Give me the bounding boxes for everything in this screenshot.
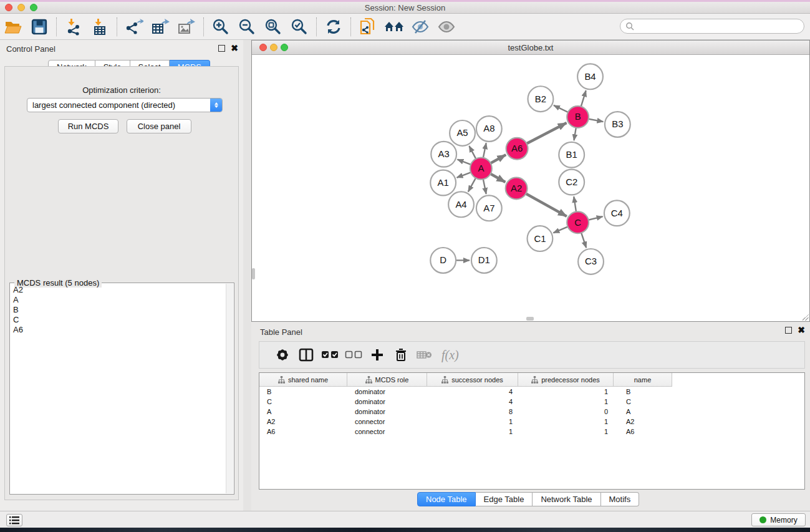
column-header-successor-nodes[interactable]: successor nodes <box>427 373 518 387</box>
node-A1[interactable]: A1 <box>430 170 456 196</box>
export-network-button[interactable] <box>123 16 145 37</box>
node-C4[interactable]: C4 <box>604 200 630 226</box>
zoom-fit-button[interactable] <box>262 16 284 37</box>
trash-icon <box>395 348 407 362</box>
column-header-shared-name[interactable]: shared name <box>259 373 347 387</box>
node-A4[interactable]: A4 <box>448 191 474 217</box>
import-table-button[interactable] <box>89 16 111 37</box>
zoom-in-button[interactable] <box>210 16 232 37</box>
show-panel-button[interactable] <box>435 16 458 37</box>
node-B1[interactable]: B1 <box>559 142 584 168</box>
delete-column-button[interactable] <box>389 344 413 366</box>
column-header-MCDS-role[interactable]: MCDS role <box>347 373 427 387</box>
close-panel-button[interactable]: Close panel <box>127 119 191 133</box>
result-item[interactable]: B <box>11 305 226 315</box>
refresh-layout-button[interactable] <box>322 16 345 37</box>
export-image-button[interactable] <box>175 16 198 37</box>
node-D1[interactable]: D1 <box>471 248 497 273</box>
close-table-panel-icon[interactable]: ✖ <box>798 327 805 334</box>
vertical-scroll-thumb[interactable] <box>252 268 255 279</box>
node-A8[interactable]: A8 <box>476 116 502 142</box>
node-C2[interactable]: C2 <box>559 170 584 195</box>
zoom-out-button[interactable] <box>236 16 258 37</box>
cell: B <box>614 388 672 395</box>
network-canvas[interactable]: B4B2BB3A8A5A6A3B1AA1C2A2A4A7C4CC1C3DD1 <box>252 56 809 316</box>
import-network-button[interactable] <box>62 16 85 37</box>
tab-node-table[interactable]: Node Table <box>417 492 476 506</box>
desktop-wallpaper-strip <box>0 528 810 532</box>
network-window-titlebar[interactable]: testGlobe.txt <box>252 41 809 55</box>
node-label: A <box>478 163 484 173</box>
node-A6[interactable]: A6 <box>506 138 528 160</box>
column-header-name[interactable]: name <box>614 373 672 387</box>
node-A[interactable]: A <box>470 158 492 180</box>
table-row[interactable]: Adominator80A <box>259 407 804 417</box>
node-C1[interactable]: C1 <box>528 226 553 251</box>
optimization-criterion-label: Optimization criterion: <box>5 85 238 95</box>
run-mcds-button[interactable]: Run MCDS <box>58 119 118 133</box>
deselect-all-columns-button[interactable] <box>342 344 365 366</box>
node-B[interactable]: B <box>567 106 589 128</box>
result-item[interactable]: A6 <box>11 325 226 335</box>
column-label: name <box>634 376 652 384</box>
table-settings-button[interactable] <box>271 344 294 366</box>
mcds-result-list[interactable]: A2ABCA6 <box>11 285 226 493</box>
open-file-button[interactable] <box>2 16 24 37</box>
result-item[interactable]: C <box>11 315 226 325</box>
save-session-button[interactable] <box>28 16 51 37</box>
tab-edge-table[interactable]: Edge Table <box>476 492 533 506</box>
search-box[interactable] <box>620 19 804 34</box>
float-panel-icon[interactable] <box>218 45 225 52</box>
node-table: shared nameMCDS rolesuccessor nodesprede… <box>259 372 805 490</box>
node-D[interactable]: D <box>430 248 456 273</box>
toolbar-separator <box>117 17 117 36</box>
node-C3[interactable]: C3 <box>578 249 604 274</box>
select-all-columns-button[interactable] <box>318 344 342 366</box>
delete-table-button[interactable] <box>413 344 436 366</box>
resize-grip[interactable] <box>803 314 809 321</box>
close-panel-icon[interactable]: ✖ <box>231 45 238 52</box>
result-item[interactable]: A2 <box>11 285 226 295</box>
hide-panel-button[interactable] <box>409 16 432 37</box>
search-input[interactable] <box>637 20 804 32</box>
node-A5[interactable]: A5 <box>450 120 475 146</box>
share-file-button[interactable] <box>357 16 379 37</box>
node-C[interactable]: C <box>567 211 589 233</box>
table-row[interactable]: A2connector11A2 <box>259 417 804 427</box>
node-B3[interactable]: B3 <box>605 112 630 137</box>
table-row[interactable]: Cdominator41C <box>259 397 804 407</box>
node-B4[interactable]: B4 <box>577 64 603 89</box>
node-label: B <box>575 112 581 122</box>
node-B2[interactable]: B2 <box>528 86 554 112</box>
horizontal-scroll-thumb[interactable] <box>526 317 534 321</box>
node-A3[interactable]: A3 <box>431 142 456 167</box>
zoom-in-icon <box>212 18 229 36</box>
node-label: A4 <box>455 199 466 210</box>
cell: A6 <box>614 428 672 435</box>
memory-button[interactable]: Memory <box>751 513 806 526</box>
memory-label: Memory <box>770 516 797 525</box>
show-column-button[interactable] <box>294 344 318 366</box>
result-item[interactable]: A <box>11 295 226 305</box>
toolbar-separator <box>56 17 57 36</box>
node-A7[interactable]: A7 <box>476 195 502 221</box>
attribute-icon <box>278 376 285 384</box>
export-image-icon <box>177 18 196 36</box>
node-A2[interactable]: A2 <box>506 178 528 200</box>
tab-motifs[interactable]: Motifs <box>601 492 640 506</box>
result-scrollbar[interactable] <box>226 284 233 493</box>
create-column-button[interactable] <box>365 344 389 366</box>
zoom-selected-button[interactable] <box>288 16 311 37</box>
home-button[interactable] <box>383 16 405 37</box>
column-header-predecessor-nodes[interactable]: predecessor nodes <box>518 373 614 387</box>
float-table-panel-icon[interactable] <box>785 327 792 334</box>
tab-network-table[interactable]: Network Table <box>533 492 600 506</box>
node-label: B4 <box>584 71 595 82</box>
criterion-select[interactable]: largest connected component (directed) <box>27 98 223 112</box>
task-history-button[interactable] <box>6 514 22 526</box>
table-row[interactable]: Bdominator41B <box>259 387 804 397</box>
export-table-button[interactable] <box>149 16 171 37</box>
table-row[interactable]: A6connector11A6 <box>259 427 804 437</box>
save-icon <box>31 19 47 35</box>
function-builder-button[interactable]: f(x) <box>441 348 459 362</box>
